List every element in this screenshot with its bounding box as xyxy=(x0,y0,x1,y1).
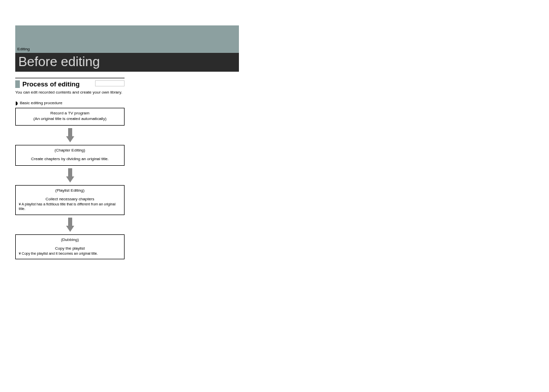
top-color-bar xyxy=(15,25,239,46)
section-intro: You can edit recorded contents and creat… xyxy=(15,90,125,95)
step-main: Record a TV program xyxy=(19,111,121,115)
step-note: ¥ A playlist has a fictitious title that… xyxy=(19,202,121,212)
step-note: ¥ Copy the playlist and it becomes an or… xyxy=(19,252,121,256)
step-box-playlist: (Playlist Editing) Collect necessary cha… xyxy=(15,185,125,215)
step-note-center: (An original title is created automatica… xyxy=(19,116,121,121)
title-right-box xyxy=(95,80,125,86)
subheading: ◗ Basic editing procedure xyxy=(15,100,125,106)
subhead-text: Basic editing procedure xyxy=(20,101,63,105)
process-section: Process of editing You can edit recorded… xyxy=(15,78,125,259)
step-label: (Dubbing) xyxy=(19,237,121,242)
step-label: (Chapter Editing) xyxy=(19,148,121,153)
section-title: Process of editing xyxy=(22,80,95,88)
arrow-down-icon xyxy=(15,215,125,234)
section-label: Editing xyxy=(17,47,29,51)
step-main: Copy the playlist xyxy=(19,246,121,251)
step-box-record: Record a TV program (An original title i… xyxy=(15,108,125,126)
section-header: Process of editing xyxy=(15,78,125,88)
manual-page: Editing Before editing Process of editin… xyxy=(15,25,239,259)
step-box-dubbing: (Dubbing) Copy the playlist ¥ Copy the p… xyxy=(15,234,125,260)
page-title-band: Before editing xyxy=(15,53,239,72)
bullet-icon: ◗ xyxy=(15,100,18,106)
page-title: Before editing xyxy=(18,54,100,69)
step-box-chapter: (Chapter Editing) Create chapters by div… xyxy=(15,145,125,166)
arrow-down-icon xyxy=(15,126,125,145)
step-main: Create chapters by dividing an original … xyxy=(19,157,121,161)
section-accent-bar xyxy=(15,80,20,88)
step-main: Collect necessary chapters xyxy=(19,197,121,201)
section-label-band: Editing xyxy=(15,46,239,53)
step-label: (Playlist Editing) xyxy=(19,188,121,193)
arrow-down-icon xyxy=(15,166,125,185)
